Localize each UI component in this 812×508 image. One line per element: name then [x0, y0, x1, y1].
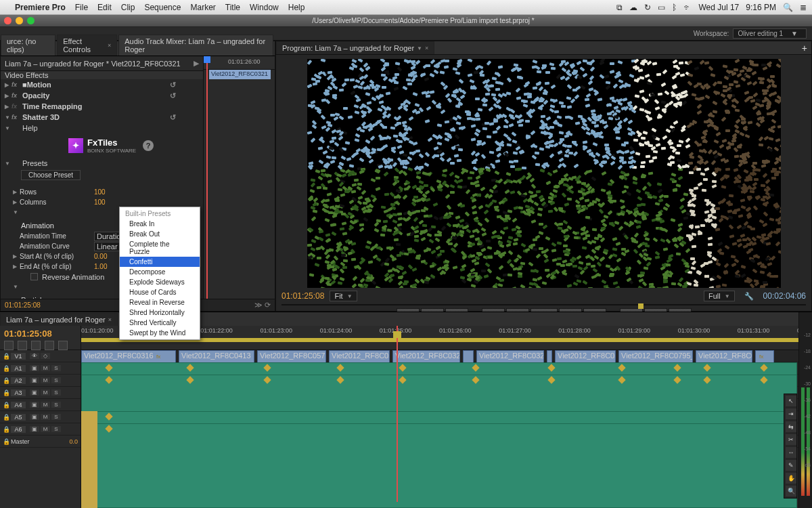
- program-canvas[interactable]: [307, 59, 781, 288]
- display-icon[interactable]: ▭: [658, 3, 665, 12]
- close-icon[interactable]: ×: [108, 316, 112, 323]
- preset-item[interactable]: Complete the Puzzle: [120, 239, 200, 257]
- tab-program[interactable]: Program: Liam 7a – ungraded for Roger▼×: [276, 41, 434, 54]
- preset-item[interactable]: Reveal in Reverse: [120, 297, 200, 308]
- effect-shatter3d[interactable]: ▼fxShatter 3D↺: [1, 112, 203, 123]
- keyframe-icon[interactable]: [336, 376, 344, 383]
- menu-title[interactable]: Title: [225, 3, 240, 12]
- add-button[interactable]: +: [802, 43, 807, 54]
- wrench-icon[interactable]: 🔧: [744, 292, 754, 301]
- mute-button[interactable]: M: [41, 377, 50, 383]
- track-id[interactable]: A3: [11, 389, 26, 396]
- keyframe-icon[interactable]: [472, 364, 479, 371]
- zoom-button[interactable]: [27, 17, 35, 24]
- solo-button[interactable]: S: [51, 365, 61, 371]
- solo-button[interactable]: S: [51, 402, 61, 408]
- program-tc-left[interactable]: 01:01:25:08: [281, 291, 324, 301]
- lock-icon[interactable]: 🔒: [3, 438, 11, 445]
- mute-button[interactable]: M: [41, 365, 50, 371]
- twirl-icon[interactable]: ▶: [13, 263, 20, 270]
- linked-selection-button[interactable]: [18, 341, 27, 350]
- target-icon[interactable]: ▣: [30, 414, 39, 420]
- effect-opacity[interactable]: ▶fxOpacity↺: [1, 90, 203, 101]
- keyframe-icon[interactable]: [105, 376, 112, 383]
- effect-time-remap[interactable]: ▶fxTime Remapping: [1, 101, 203, 112]
- wrench-button[interactable]: [58, 341, 68, 350]
- mute-button[interactable]: M: [41, 402, 50, 408]
- fx-badge-icon[interactable]: fx: [12, 114, 22, 121]
- ec-playhead[interactable]: [206, 56, 208, 299]
- minimize-button[interactable]: [16, 17, 23, 24]
- fx-badge-icon[interactable]: fx: [12, 81, 22, 88]
- choose-preset-button[interactable]: Choose Preset: [21, 170, 81, 180]
- fx-badge-icon[interactable]: fx: [12, 103, 22, 110]
- track-select-tool[interactable]: ⇥: [786, 408, 796, 419]
- twirl-icon[interactable]: ▼: [5, 114, 12, 121]
- preset-item[interactable]: House of Cards: [120, 287, 200, 297]
- tab-sequence-1[interactable]: Liam 7a – ungraded for Roger×: [0, 313, 118, 326]
- scrub-playhead-icon[interactable]: [638, 303, 644, 309]
- preset-item[interactable]: Break In: [120, 219, 200, 229]
- keyframe-icon[interactable]: [618, 364, 625, 371]
- menu-clip[interactable]: Clip: [121, 3, 135, 12]
- track-id[interactable]: V1: [11, 353, 26, 360]
- keyframe-icon[interactable]: [547, 376, 555, 383]
- menu-marker[interactable]: Marker: [190, 3, 215, 12]
- twirl-icon[interactable]: ▼: [5, 161, 12, 167]
- prop-columns[interactable]: ▶Columns100: [13, 197, 199, 207]
- close-icon[interactable]: ×: [425, 45, 428, 51]
- prop-value[interactable]: 100: [94, 198, 106, 206]
- preset-popup[interactable]: Built-in Presets Break InBreak OutComple…: [119, 207, 200, 340]
- lock-icon[interactable]: 🔒: [3, 365, 11, 372]
- reset-icon[interactable]: ↺: [170, 113, 176, 122]
- close-button[interactable]: [4, 17, 12, 24]
- mute-button[interactable]: M: [41, 389, 50, 396]
- preset-item[interactable]: Decompose: [120, 267, 200, 277]
- target-icon[interactable]: ▣: [30, 402, 39, 408]
- menu-help[interactable]: Help: [288, 3, 305, 12]
- solo-button[interactable]: S: [51, 426, 61, 432]
- menu-sequence[interactable]: Sequence: [144, 3, 181, 12]
- track-id[interactable]: A6: [11, 426, 26, 433]
- track-header-a5[interactable]: 🔒A5▣MS: [0, 411, 81, 423]
- bluetooth-icon[interactable]: ᛒ: [672, 3, 677, 12]
- lock-icon[interactable]: 🔒: [3, 402, 11, 408]
- tab-source[interactable]: urce: (no clips): [1, 35, 55, 56]
- twirl-icon[interactable]: ▶: [13, 199, 20, 205]
- notifications-icon[interactable]: ≣: [800, 3, 807, 12]
- ec-timecode[interactable]: 01:01:25:08: [5, 301, 41, 309]
- tab-audio-mixer[interactable]: Audio Track Mixer: Liam 7a – ungraded fo…: [118, 35, 273, 56]
- keyframe-icon[interactable]: [186, 364, 194, 371]
- keyframe-icon[interactable]: [399, 364, 406, 371]
- keyframe-icon[interactable]: [105, 425, 112, 432]
- ec-mini-clip[interactable]: Viet2012_RF8C0321: [209, 70, 271, 79]
- track-id[interactable]: A5: [11, 414, 26, 421]
- keyframe-icon[interactable]: [760, 376, 767, 383]
- app-name[interactable]: Premiere Pro: [15, 3, 66, 12]
- menu-edit[interactable]: Edit: [97, 3, 112, 12]
- twirl-icon[interactable]: ▼: [13, 209, 20, 215]
- keyframe-icon[interactable]: [472, 376, 479, 383]
- keyframe-icon[interactable]: [105, 364, 112, 371]
- wifi-icon[interactable]: ᯤ: [683, 3, 692, 12]
- loop-icon[interactable]: ≫ ⟳: [254, 301, 271, 310]
- keyframe-icon[interactable]: [703, 376, 710, 383]
- workspace-select[interactable]: Oliver editing 1 ▼: [733, 28, 807, 39]
- ec-mini-ruler[interactable]: 01:01:26:00: [204, 56, 275, 70]
- markers-button[interactable]: [31, 341, 41, 350]
- timeline-tc[interactable]: 01:01:25:08: [4, 329, 76, 339]
- cloud-icon[interactable]: ☁: [629, 3, 637, 12]
- audio-clip-start[interactable]: [81, 423, 97, 508]
- keyframe-icon[interactable]: [186, 376, 194, 383]
- eye-icon[interactable]: 👁: [30, 353, 39, 359]
- preset-item[interactable]: Confetti: [120, 257, 200, 267]
- target-icon[interactable]: ▣: [30, 389, 39, 396]
- keyframe-icon[interactable]: [263, 376, 271, 383]
- effect-motion[interactable]: ▶fx■ Motion↺: [1, 79, 203, 90]
- prop-value[interactable]: 0.00: [94, 253, 107, 260]
- twirl-icon[interactable]: ▼: [13, 284, 20, 290]
- keyframe-icon[interactable]: [760, 364, 767, 371]
- keyframe-icon[interactable]: [618, 376, 625, 383]
- twirl-icon[interactable]: ▼: [5, 125, 12, 131]
- selection-tool[interactable]: ↖: [786, 396, 796, 406]
